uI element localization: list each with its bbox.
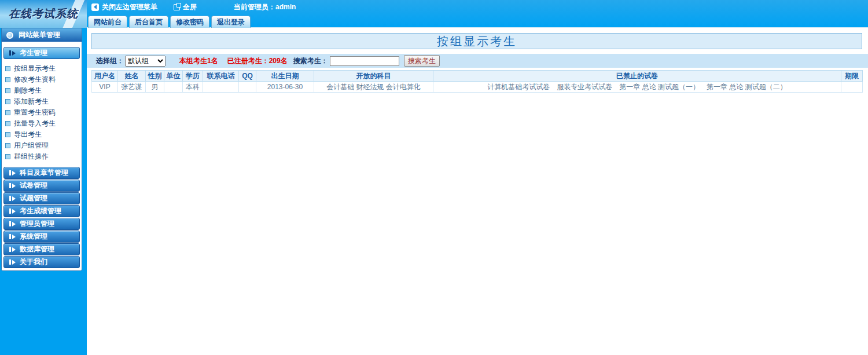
col-header-banned-papers: 已禁止的试卷 xyxy=(433,71,841,82)
section-arrow-icon xyxy=(9,196,16,201)
cell-education: 本科 xyxy=(183,82,203,93)
sidebar-section-admins[interactable]: 管理员管理 xyxy=(3,218,80,230)
sidebar-section-label: 科目及章节管理 xyxy=(20,168,68,178)
section-arrow-icon xyxy=(9,208,16,214)
collapse-left-menu-label: 关闭左边管理菜单 xyxy=(102,2,157,12)
bullet-square-icon xyxy=(5,66,10,71)
cell-gender: 男 xyxy=(146,82,164,93)
sidebar: 在线考试系统 网站菜单管理 考生管理 按组显示考生 修改考生资料 删除考生 添加… xyxy=(0,0,87,355)
sidebar-item-reset-password[interactable]: 重置考生密码 xyxy=(5,107,82,118)
sidebar-section-subjects[interactable]: 科目及章节管理 xyxy=(3,167,80,179)
sidebar-section-papers[interactable]: 试卷管理 xyxy=(3,180,80,192)
sidebar-item-delete-examinee[interactable]: 删除考生 xyxy=(5,85,82,96)
section-arrow-icon xyxy=(9,183,16,188)
sidebar-section-label: 系统管理 xyxy=(20,232,47,241)
section-arrow-icon xyxy=(9,170,16,175)
col-header-deadline: 期限 xyxy=(841,71,863,82)
sidebar-item-label: 添加新考生 xyxy=(14,97,49,107)
bullet-square-icon xyxy=(5,99,10,104)
col-header-open-subjects: 开放的科目 xyxy=(314,71,433,82)
sidebar-section-database[interactable]: 数据库管理 xyxy=(3,243,80,255)
topbar: 关闭左边管理菜单 全屏 当前管理员：admin xyxy=(87,0,868,14)
examinee-table: 用户名 姓名 性别 单位 学历 联系电话 QQ 出生日期 开放的科目 已禁止的试… xyxy=(91,70,863,93)
bullet-square-icon xyxy=(5,88,10,93)
top-header: 关闭左边管理菜单 全屏 当前管理员：admin 网站前台 后台首页 修改密码 退… xyxy=(87,0,868,28)
bullet-square-icon xyxy=(5,110,10,115)
main-column: 关闭左边管理菜单 全屏 当前管理员：admin 网站前台 后台首页 修改密码 退… xyxy=(87,0,868,355)
app-window: 在线考试系统 网站菜单管理 考生管理 按组显示考生 修改考生资料 删除考生 添加… xyxy=(0,0,868,355)
sidebar-item-user-group-mgmt[interactable]: 用户组管理 xyxy=(5,140,82,151)
cell-phone xyxy=(203,82,239,93)
sidebar-section-label: 关于我们 xyxy=(20,257,47,267)
group-select[interactable]: 默认组 xyxy=(125,56,165,67)
fullscreen-button[interactable]: 全屏 xyxy=(174,2,197,12)
sidebar-item-label: 导出考生 xyxy=(14,130,42,140)
sidebar-item-show-by-group[interactable]: 按组显示考生 xyxy=(5,63,82,74)
sidebar-section-label: 考生成绩管理 xyxy=(20,206,61,216)
table-row: VIP 张艺谋 男 本科 2013-06-30 会计基础 财经法规 会计电算化 … xyxy=(92,82,863,93)
section-arrow-icon xyxy=(9,259,16,265)
col-header-education: 学历 xyxy=(183,71,203,82)
sidebar-item-export-examinee[interactable]: 导出考生 xyxy=(5,129,82,140)
cell-birthdate: 2013-06-30 xyxy=(256,82,314,93)
sidebar-section-label: 试题管理 xyxy=(20,193,47,203)
tab-website-front[interactable]: 网站前台 xyxy=(88,16,127,28)
col-header-phone: 联系电话 xyxy=(203,71,239,82)
cell-qq xyxy=(239,82,256,93)
sidebar-item-label: 批量导入考生 xyxy=(14,119,56,129)
bullet-square-icon xyxy=(5,132,10,137)
sidebar-item-label: 删除考生 xyxy=(14,86,42,96)
sidebar-menu-items: 按组显示考生 修改考生资料 删除考生 添加新考生 重置考生密码 批量导入考生 导… xyxy=(2,63,82,162)
sidebar-section-label: 试卷管理 xyxy=(20,181,47,191)
tab-change-password[interactable]: 修改密码 xyxy=(170,16,209,28)
content-area: 按组显示考生 选择组： 默认组 本组考生1名 已注册考生：209名 搜索考生： … xyxy=(87,28,868,355)
sidebar-item-label: 用户组管理 xyxy=(14,141,49,151)
sidebar-menu-header: 网站菜单管理 xyxy=(2,28,82,42)
search-input[interactable] xyxy=(330,56,399,66)
sidebar-section-label: 管理员管理 xyxy=(20,219,54,229)
col-header-name: 姓名 xyxy=(118,71,146,82)
collapse-left-menu-button[interactable]: 关闭左边管理菜单 xyxy=(91,2,157,12)
sidebar-item-batch-import[interactable]: 批量导入考生 xyxy=(5,118,82,129)
col-header-username: 用户名 xyxy=(92,71,118,82)
sidebar-item-group-operations[interactable]: 群组性操作 xyxy=(5,151,82,162)
cell-open-subjects: 会计基础 财经法规 会计电算化 xyxy=(314,82,433,93)
page-title: 按组显示考生 xyxy=(91,33,862,49)
sidebar-section-system[interactable]: 系统管理 xyxy=(3,230,80,243)
tab-admin-home[interactable]: 后台首页 xyxy=(129,16,168,28)
bullet-square-icon xyxy=(5,154,10,159)
current-admin-label: 当前管理员：admin xyxy=(234,2,296,12)
sidebar-section-examinee-mgmt[interactable]: 考生管理 xyxy=(3,47,80,59)
sidebar-menu-panel: 网站菜单管理 考生管理 按组显示考生 修改考生资料 删除考生 添加新考生 重置考… xyxy=(1,28,82,271)
sidebar-item-label: 群组性操作 xyxy=(14,152,49,162)
sidebar-section-scores[interactable]: 考生成绩管理 xyxy=(3,205,80,217)
col-header-birthdate: 出生日期 xyxy=(256,71,314,82)
cell-banned-papers: 计算机基础考试试卷 服装专业考试试卷 第一章 总论 测试题（一） 第一章 总论 … xyxy=(433,82,841,93)
bullet-square-icon xyxy=(5,77,10,82)
sidebar-item-edit-examinee[interactable]: 修改考生资料 xyxy=(5,74,82,85)
section-arrow-icon xyxy=(9,234,16,239)
table-header-row: 用户名 姓名 性别 单位 学历 联系电话 QQ 出生日期 开放的科目 已禁止的试… xyxy=(92,71,863,82)
col-header-qq: QQ xyxy=(239,71,256,82)
cell-unit xyxy=(164,82,183,93)
app-logo: 在线考试系统 xyxy=(0,0,87,28)
section-arrow-icon xyxy=(9,50,16,56)
search-examinee-button[interactable]: 搜索考生 xyxy=(404,55,440,67)
sidebar-item-label: 按组显示考生 xyxy=(14,64,56,74)
sidebar-item-add-examinee[interactable]: 添加新考生 xyxy=(5,96,82,107)
fullscreen-label: 全屏 xyxy=(183,2,197,12)
sidebar-item-label: 重置考生密码 xyxy=(14,108,56,118)
cell-deadline xyxy=(841,82,863,93)
nav-tab-row: 网站前台 后台首页 修改密码 退出登录 xyxy=(87,14,868,28)
bullet-square-icon xyxy=(5,121,10,126)
group-select-label: 选择组： xyxy=(96,56,124,66)
sidebar-section-questions[interactable]: 试题管理 xyxy=(3,192,80,204)
tab-logout[interactable]: 退出登录 xyxy=(211,16,251,28)
cell-username: VIP xyxy=(92,82,118,93)
section-arrow-icon xyxy=(9,247,16,252)
section-arrow-icon xyxy=(9,221,16,226)
col-header-unit: 单位 xyxy=(164,71,183,82)
col-header-gender: 性别 xyxy=(146,71,164,82)
sidebar-section-about[interactable]: 关于我们 xyxy=(3,256,80,268)
sidebar-section-label: 数据库管理 xyxy=(20,244,54,254)
